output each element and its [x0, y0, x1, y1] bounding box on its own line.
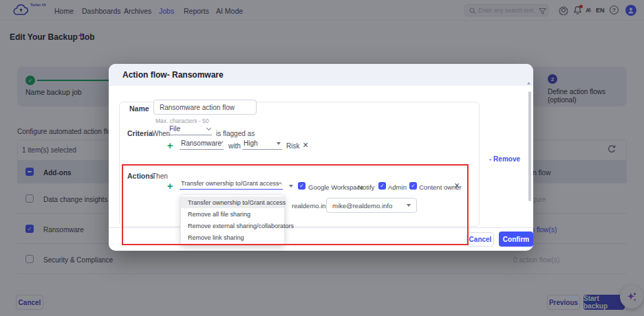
content-owner-checkbox[interactable]: ✓ — [409, 182, 417, 190]
criteria-section-label: Criteria — [127, 129, 153, 137]
modal-cancel-button[interactable]: Cancel — [466, 232, 494, 247]
chevron-up-icon — [278, 182, 282, 186]
name-field-label: Name — [129, 104, 149, 113]
risk-label: Risk — [286, 142, 299, 150]
with-label: with — [228, 142, 241, 150]
option-remove-external-sharing[interactable]: Remove external sharing/collaborators — [181, 220, 284, 232]
option-transfer-ownership[interactable]: Transfer ownership to/Grant access — [181, 196, 284, 208]
severity-value: High — [244, 139, 258, 147]
remove-criteria-close-icon[interactable]: × — [303, 139, 308, 150]
add-criteria-plus-icon[interactable]: + — [167, 140, 173, 151]
scroll-up-arrow[interactable]: ▲ — [526, 80, 531, 85]
email-select[interactable]: mike@realdemo.info — [326, 198, 417, 213]
modal-title: Action flow- Ransomware — [122, 70, 224, 80]
flag-type-select[interactable]: Ransomware — [180, 139, 224, 150]
modal-scrollbar[interactable] — [528, 91, 531, 201]
modal-confirm-button[interactable]: Confirm — [499, 232, 533, 247]
domain-label: realdemo.info — [292, 202, 332, 210]
add-action-plus-icon[interactable]: + — [167, 181, 173, 192]
action-flow-modal: Action flow- Ransomware ▲ Name Ransomwar… — [109, 64, 533, 251]
remove-flow-link[interactable]: - Remove — [489, 155, 520, 163]
action-select-open[interactable]: Transfer ownership to/Grant access — [180, 180, 283, 190]
modal-footer-divider — [109, 227, 533, 228]
actions-section-label: Actions — [127, 172, 154, 180]
dropdown-triangle-icon — [277, 142, 281, 145]
option-remove-all-file-sharing[interactable]: Remove all file sharing — [181, 208, 284, 220]
name-max-chars-hint: Max. characters - 50 — [155, 117, 208, 124]
name-input-value: Ransomware action flow — [160, 104, 235, 111]
flag-type-value: Ransomware — [181, 139, 222, 147]
is-flagged-as-label: is flagged as — [216, 130, 255, 137]
criteria-subject-value: File — [169, 125, 180, 133]
admin-label: Admin — [388, 183, 407, 191]
chevron-down-icon — [206, 126, 211, 131]
admin-checkbox[interactable]: ✓ — [378, 182, 386, 190]
severity-select[interactable]: High — [242, 139, 282, 150]
name-input[interactable]: Ransomware action flow — [153, 100, 257, 115]
action-options-dropdown: Transfer ownership to/Grant access Remov… — [180, 194, 285, 245]
dropdown-triangle-icon — [407, 204, 411, 207]
remove-action-close-icon[interactable]: × — [454, 180, 460, 191]
then-label: Then — [152, 172, 168, 180]
action-select-value: Transfer ownership to/Grant access — [181, 180, 279, 187]
email-select-value: mike@realdemo.info — [332, 202, 392, 210]
google-workspace-checkbox[interactable]: ✓ — [298, 182, 305, 190]
workspace-dropdown-triangle-icon[interactable] — [289, 185, 293, 188]
option-remove-link-sharing[interactable]: Remove link sharing — [181, 232, 284, 243]
google-workspace-label: Google Workspace — [308, 183, 364, 191]
criteria-subject-select[interactable]: File — [168, 125, 212, 135]
notify-label: Notify — [358, 183, 374, 191]
